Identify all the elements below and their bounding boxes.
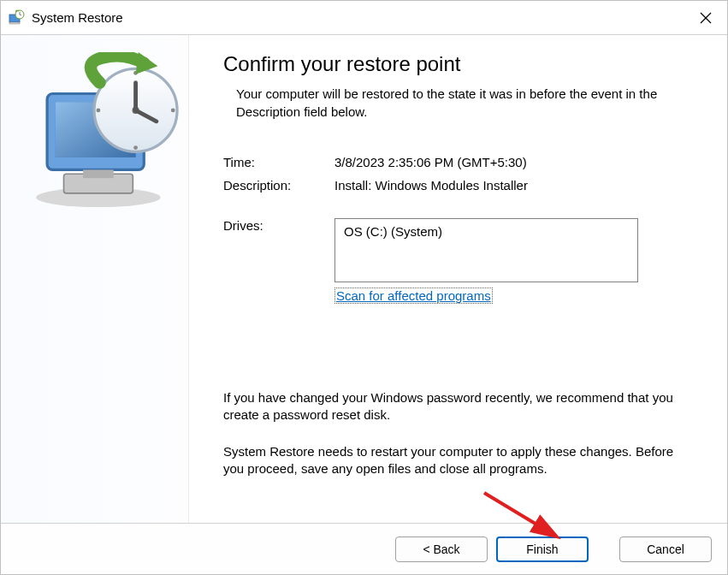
page-heading: Confirm your restore point: [223, 52, 684, 76]
time-row: Time: 3/8/2023 2:35:06 PM (GMT+5:30): [223, 155, 684, 169]
svg-rect-1: [9, 22, 20, 24]
close-button[interactable]: [684, 1, 727, 35]
svg-rect-10: [83, 169, 114, 178]
system-restore-icon: [22, 206, 188, 221]
content-area: Confirm your restore point Your computer…: [189, 35, 727, 523]
description-row: Description: Install: Windows Modules In…: [223, 178, 684, 193]
cancel-button[interactable]: Cancel: [619, 536, 712, 562]
restart-warning: System Restore needs to restart your com…: [223, 443, 684, 478]
time-value: 3/8/2023 2:35:06 PM (GMT+5:30): [334, 155, 527, 169]
finish-button[interactable]: Finish: [496, 536, 589, 562]
scan-affected-programs-link[interactable]: Scan for affected programs: [334, 288, 493, 304]
svg-point-17: [133, 145, 138, 150]
back-button[interactable]: < Back: [395, 536, 488, 562]
body: Confirm your restore point Your computer…: [1, 35, 727, 523]
close-icon: [700, 12, 712, 24]
drives-listbox[interactable]: OS (C:) (System): [334, 218, 638, 282]
description-value: Install: Windows Modules Installer: [334, 178, 528, 193]
drives-row: Drives: OS (C:) (System): [223, 218, 684, 282]
system-restore-window: System Restore: [0, 0, 728, 575]
description-label: Description:: [223, 178, 334, 193]
window-title: System Restore: [32, 10, 684, 25]
titlebar: System Restore: [1, 1, 727, 35]
svg-point-18: [96, 108, 100, 112]
drives-label: Drives:: [223, 218, 334, 282]
app-icon: [8, 9, 25, 27]
password-warning: If you have changed your Windows passwor…: [223, 389, 684, 424]
footer: < Back Finish Cancel: [1, 523, 727, 574]
svg-point-16: [171, 108, 175, 112]
warnings-section: If you have changed your Windows passwor…: [223, 389, 684, 477]
sidebar: [1, 35, 189, 523]
time-label: Time:: [223, 155, 334, 169]
page-subheading: Your computer will be restored to the st…: [223, 85, 684, 121]
